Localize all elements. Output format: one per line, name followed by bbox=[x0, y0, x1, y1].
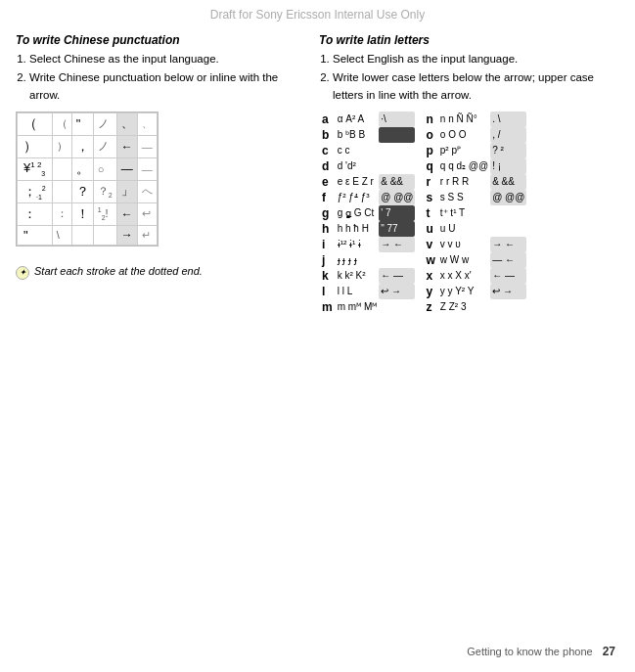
latin-left-half: a α A² A ·\ b b ᵇB B c c c d d 'd² bbox=[319, 112, 415, 315]
letter-g-special: ' 7 bbox=[379, 205, 415, 221]
letter-g: g bbox=[319, 205, 336, 221]
letter-row-e: e e ε E Z r & && bbox=[319, 174, 415, 190]
letter-row-m: m m mᴹ Mᴹ bbox=[319, 299, 415, 315]
letter-row-d: d d 'd² bbox=[319, 158, 415, 174]
char-cell: ← bbox=[116, 135, 137, 157]
letter-i: i bbox=[319, 237, 336, 252]
letter-j: j bbox=[319, 252, 336, 268]
letter-n-special: . \ bbox=[490, 112, 526, 127]
letter-u-variants: u U bbox=[438, 221, 490, 237]
right-step-1: Select English as the input language. bbox=[333, 51, 619, 67]
char-cell: — bbox=[137, 135, 157, 157]
letter-i-variants: ɨ¹² ɨ¹ ɨ bbox=[336, 237, 380, 252]
char-cell: ？2 bbox=[93, 180, 116, 202]
right-column: To write latin letters Select English as… bbox=[319, 33, 619, 315]
letter-k: k bbox=[319, 268, 336, 284]
letter-a-variants: α A² A bbox=[336, 112, 380, 127]
letter-row-q: q q q d₂ @@ ! ¡ bbox=[423, 158, 526, 174]
page-footer: Getting to know the phone 27 bbox=[467, 645, 615, 658]
letter-row-v: v v v υ → ← bbox=[423, 237, 526, 252]
letter-t-variants: t⁺ t¹ T bbox=[438, 205, 490, 221]
letter-j-variants: ɟ ɟ ɟ ɟ bbox=[336, 252, 380, 268]
letter-u: u bbox=[423, 221, 437, 237]
letter-row-u: u u U bbox=[423, 221, 526, 237]
letter-r-special: & && bbox=[490, 174, 526, 190]
letter-r-variants: r r R R bbox=[438, 174, 490, 190]
letter-q-special: ! ¡ bbox=[490, 158, 526, 174]
letter-k-special: ← — bbox=[379, 268, 415, 284]
char-cell: — bbox=[137, 157, 157, 180]
letter-l: l bbox=[319, 284, 336, 299]
letter-l-special: ↩ → bbox=[379, 284, 415, 299]
letter-v: v bbox=[423, 237, 437, 252]
letter-e: e bbox=[319, 174, 336, 190]
letter-row-h: h h h ħ H " 77 bbox=[319, 221, 415, 237]
char-cell: " bbox=[71, 112, 93, 135]
letter-x-special: ← — bbox=[490, 268, 526, 284]
left-step-2: Write Chinese punctuation below or inlin… bbox=[29, 69, 299, 104]
char-cell: ノ bbox=[93, 135, 116, 157]
hint-box: ✦ Start each stroke at the dotted end. bbox=[16, 265, 299, 280]
letter-p: p bbox=[423, 143, 437, 158]
char-cell: （ bbox=[18, 112, 53, 135]
letter-w-special: — ← bbox=[490, 252, 526, 268]
letter-row-r: r r r R R & && bbox=[423, 174, 526, 190]
letter-v-variants: v v υ bbox=[438, 237, 490, 252]
letter-row-a: a α A² A ·\ bbox=[319, 112, 415, 127]
letter-q-variants: q q d₂ @@ bbox=[438, 158, 490, 174]
letter-m: m bbox=[319, 299, 336, 315]
letter-f-variants: ƒ² ƒ⁴ ƒ³ bbox=[336, 190, 380, 205]
letter-h: h bbox=[319, 221, 336, 237]
char-cell: \ bbox=[52, 225, 71, 245]
letter-row-f: f ƒ² ƒ⁴ ƒ³ @ @@ bbox=[319, 190, 415, 205]
char-cell: ， bbox=[71, 135, 93, 157]
char-cell bbox=[71, 225, 93, 245]
letter-d: d bbox=[319, 158, 336, 174]
letter-w: w bbox=[423, 252, 437, 268]
char-cell bbox=[93, 225, 116, 245]
letter-x: x bbox=[423, 268, 437, 284]
char-cell: → bbox=[116, 225, 137, 245]
letter-s-special: @ @@ bbox=[490, 190, 526, 205]
letter-p-variants: p² pᴾ bbox=[438, 143, 490, 158]
char-cell: ↵ bbox=[137, 225, 157, 245]
letter-s-variants: s S S bbox=[438, 190, 490, 205]
letter-a-special: ·\ bbox=[379, 112, 415, 127]
letter-row-k: k k k² K² ← — bbox=[319, 268, 415, 284]
letter-z: z bbox=[423, 299, 437, 315]
char-cell bbox=[52, 180, 71, 202]
letter-row-p: p p² pᴾ ? ² bbox=[423, 143, 526, 158]
letter-h-variants: h h ħ H bbox=[336, 221, 380, 237]
hint-icon: ✦ bbox=[16, 266, 29, 280]
letter-row-c: c c c bbox=[319, 143, 415, 158]
letter-q: q bbox=[423, 158, 437, 174]
char-cell: ノ bbox=[93, 112, 116, 135]
letter-row-z: z Z Z² 3 bbox=[423, 299, 526, 315]
letter-n: n bbox=[423, 112, 437, 127]
letter-c: c bbox=[319, 143, 336, 158]
char-cell: ← bbox=[116, 202, 137, 225]
letter-w-variants: w W w bbox=[438, 252, 490, 268]
char-cell: へ bbox=[137, 180, 157, 202]
latin-letters-table: a α A² A ·\ b b ᵇB B c c c d d 'd² bbox=[319, 112, 619, 315]
letter-i-special: → ← bbox=[379, 237, 415, 252]
char-cell bbox=[52, 157, 71, 180]
letter-y-variants: y y Y² Y bbox=[438, 284, 490, 299]
letter-row-i: i ɨ¹² ɨ¹ ɨ → ← bbox=[319, 237, 415, 252]
letter-l-variants: l l L bbox=[336, 284, 380, 299]
left-column: To write Chinese punctuation Select Chin… bbox=[16, 33, 299, 315]
letter-row-x: x x x X x' ← — bbox=[423, 268, 526, 284]
letter-row-w: w w W w — ← bbox=[423, 252, 526, 268]
letter-o-special: , / bbox=[490, 127, 526, 143]
left-step-1: Select Chinese as the input language. bbox=[29, 51, 299, 67]
left-section-title: To write Chinese punctuation bbox=[16, 33, 299, 47]
right-instructions: Select English as the input language. Wr… bbox=[319, 51, 619, 104]
char-cell: ¥1 23 bbox=[18, 157, 53, 180]
char-cell: ： bbox=[52, 202, 71, 225]
letter-row-b: b b ᵇB B bbox=[319, 127, 415, 143]
page-number: 27 bbox=[603, 645, 615, 658]
letter-k-variants: k k² K² bbox=[336, 268, 380, 284]
char-cell: 。 bbox=[71, 157, 93, 180]
char-cell: ： bbox=[18, 202, 53, 225]
char-cell: 」 bbox=[116, 180, 137, 202]
